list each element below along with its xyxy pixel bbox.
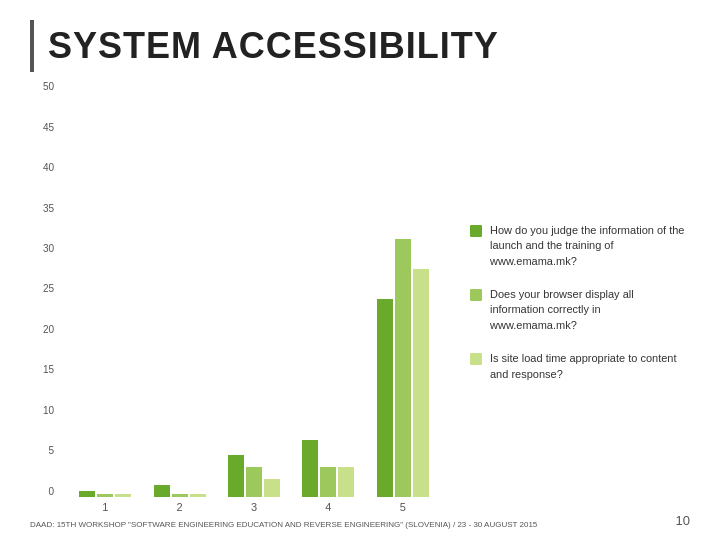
chart-wrapper: 05101520253035404550 12345	[30, 82, 450, 513]
bar	[154, 485, 170, 497]
page-number: 10	[676, 513, 690, 528]
legend-item: Is site load time appropriate to content…	[470, 351, 690, 382]
bar-group	[154, 485, 206, 497]
y-axis-label: 45	[30, 123, 58, 133]
y-axis-label: 10	[30, 406, 58, 416]
header: SYSTEM ACCESSIBILITY	[30, 20, 690, 72]
x-axis: 12345	[30, 497, 450, 513]
x-axis-label: 1	[78, 501, 132, 513]
y-axis-label: 30	[30, 244, 58, 254]
y-axis-label: 50	[30, 82, 58, 92]
legend-item: Does your browser display all informatio…	[470, 287, 690, 333]
page-title: SYSTEM ACCESSIBILITY	[48, 25, 499, 67]
bar	[228, 455, 244, 497]
y-axis-label: 5	[30, 446, 58, 456]
bar	[377, 299, 393, 497]
bar	[190, 494, 206, 497]
bar	[115, 494, 131, 497]
bar-group	[377, 239, 429, 497]
x-axis-label: 3	[227, 501, 281, 513]
legend-color-dot	[470, 225, 482, 237]
bar-group	[79, 491, 131, 497]
legend-item: How do you judge the information of the …	[470, 223, 690, 269]
page: SYSTEM ACCESSIBILITY 0510152025303540455…	[0, 0, 720, 540]
x-axis-label: 5	[376, 501, 430, 513]
bar	[413, 269, 429, 497]
bar-group	[302, 440, 354, 497]
footer-text: DAAD: 15TH WORKSHOP "SOFTWARE ENGINEERIN…	[30, 519, 690, 530]
y-axis-label: 0	[30, 487, 58, 497]
bar	[97, 494, 113, 497]
bar	[172, 494, 188, 497]
legend-color-dot	[470, 353, 482, 365]
y-axis-label: 20	[30, 325, 58, 335]
legend-label: Is site load time appropriate to content…	[490, 351, 690, 382]
y-axis-label: 35	[30, 204, 58, 214]
bar	[338, 467, 354, 497]
bar	[302, 440, 318, 497]
y-axis-label: 15	[30, 365, 58, 375]
bar	[246, 467, 262, 497]
y-axis-label: 25	[30, 284, 58, 294]
title-bar	[30, 20, 34, 72]
bar	[264, 479, 280, 497]
x-axis-label: 2	[153, 501, 207, 513]
legend-color-dot	[470, 289, 482, 301]
y-axis: 05101520253035404550	[30, 82, 58, 497]
y-axis-label: 40	[30, 163, 58, 173]
bar	[395, 239, 411, 497]
bar	[320, 467, 336, 497]
legend-label: How do you judge the information of the …	[490, 223, 690, 269]
legend-label: Does your browser display all informatio…	[490, 287, 690, 333]
legend-area: How do you judge the information of the …	[470, 82, 690, 513]
bar	[79, 491, 95, 497]
x-axis-label: 4	[301, 501, 355, 513]
bar-group	[228, 455, 280, 497]
content-area: 05101520253035404550 12345 How do you ju…	[30, 82, 690, 513]
chart-area: 05101520253035404550 12345	[30, 82, 450, 513]
chart-inner: 05101520253035404550	[30, 82, 450, 497]
